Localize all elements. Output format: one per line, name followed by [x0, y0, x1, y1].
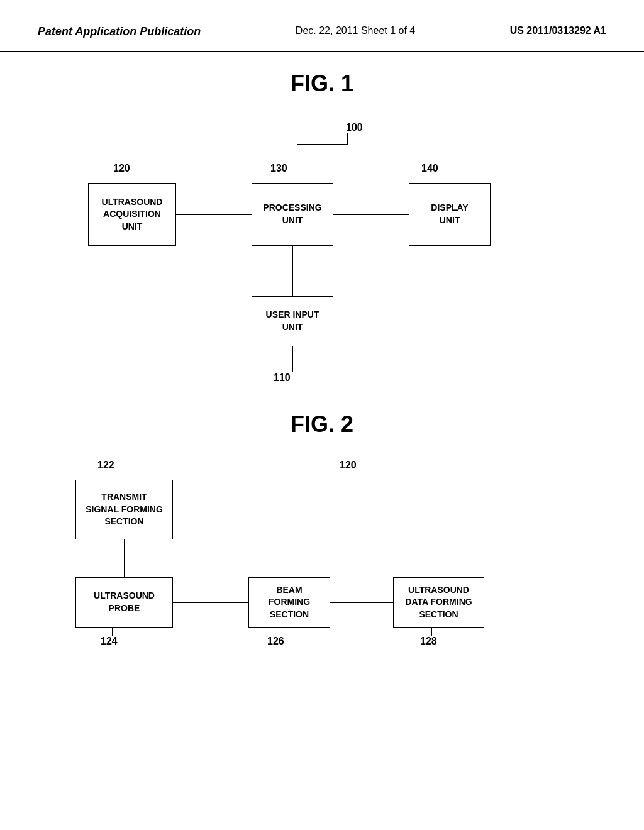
ref-110: 110 [274, 372, 291, 384]
ref-140: 140 [421, 163, 438, 174]
conn-processing-userinput [292, 246, 293, 296]
user-input-unit-label: USER INPUT UNIT [266, 309, 319, 333]
data-forming-box: ULTRASOUND DATA FORMING SECTION [393, 577, 484, 628]
fig1-title: FIG. 1 [38, 70, 606, 97]
beam-box: BEAM FORMING SECTION [248, 577, 330, 628]
ref120-v [125, 174, 125, 183]
conn-processing-display [333, 214, 409, 215]
ref-100: 100 [346, 122, 363, 133]
processing-unit-label: PROCESSING UNIT [263, 202, 321, 226]
header-right-text: US 2011/0313292 A1 [510, 25, 606, 36]
display-unit-label: DISPLAY UNIT [431, 202, 468, 226]
ref124-h [112, 628, 113, 636]
ref100-line-h [347, 133, 348, 145]
ref-128: 128 [420, 636, 437, 647]
display-unit-box: DISPLAY UNIT [409, 183, 491, 246]
ultrasound-unit-box: ULTRASOUND ACQUISITION UNIT [88, 183, 176, 246]
transmit-box: TRANSMIT SIGNAL FORMING SECTION [75, 480, 173, 540]
probe-label: ULTRASOUND PROBE [94, 590, 155, 614]
page-header: Patent Application Publication Dec. 22, … [0, 0, 644, 52]
ref140-v [433, 174, 433, 183]
page-content: FIG. 1 100 120 130 140 [0, 52, 644, 746]
conn-probe-beam [173, 602, 248, 603]
conn-transmit-probe [124, 540, 125, 577]
conn-ultrasound-processing [176, 214, 252, 215]
ref-126: 126 [267, 636, 284, 647]
ref130-v [282, 174, 282, 183]
ref-122: 122 [97, 460, 114, 471]
ref-120-fig2: 120 [340, 460, 357, 471]
fig1-diagram: 100 120 130 140 UL [38, 116, 606, 380]
fig1-section: FIG. 1 100 120 130 140 [38, 70, 606, 380]
ref-124: 124 [101, 636, 118, 647]
data-forming-label: ULTRASOUND DATA FORMING SECTION [405, 584, 472, 621]
header-center-text: Dec. 22, 2011 Sheet 1 of 4 [296, 25, 415, 36]
probe-box: ULTRASOUND PROBE [75, 577, 173, 628]
ref-120: 120 [113, 163, 130, 174]
fig2-title: FIG. 2 [38, 411, 606, 438]
transmit-label: TRANSMIT SIGNAL FORMING SECTION [86, 491, 163, 528]
ultrasound-unit-label: ULTRASOUND ACQUISITION UNIT [102, 196, 163, 233]
patent-page: Patent Application Publication Dec. 22, … [0, 0, 644, 830]
ref122-v [109, 471, 109, 480]
ref128-h [431, 628, 432, 636]
beam-label: BEAM FORMING SECTION [269, 584, 310, 621]
user-input-unit-box: USER INPUT UNIT [252, 296, 333, 346]
fig2-section: FIG. 2 122 120 TRANSMIT SIGNAL FORMING S… [38, 411, 606, 695]
processing-unit-box: PROCESSING UNIT [252, 183, 333, 246]
conn-beam-data [330, 602, 393, 603]
fig2-diagram: 122 120 TRANSMIT SIGNAL FORMING SECTION … [38, 456, 606, 695]
ref100-line-v [297, 144, 348, 145]
header-left-text: Patent Application Publication [38, 25, 201, 38]
conn-userinput-ref110 [292, 346, 293, 372]
ref-130: 130 [270, 163, 287, 174]
ref126-h [279, 628, 279, 636]
